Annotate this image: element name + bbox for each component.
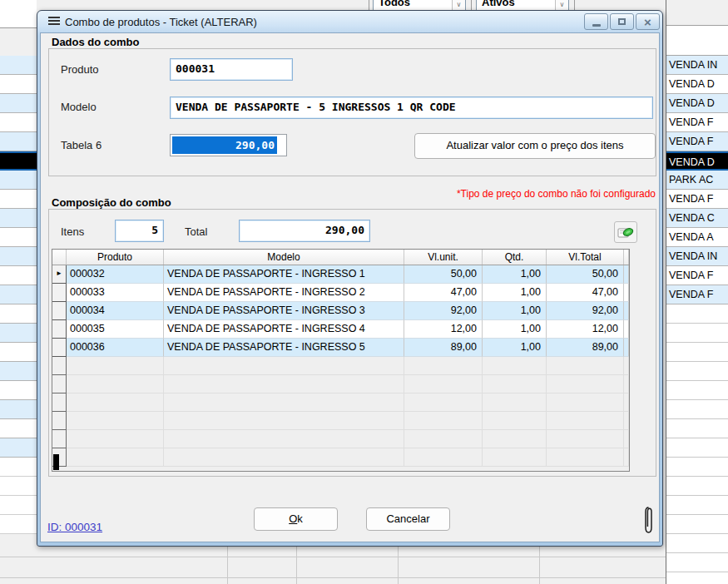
table-cell[interactable]: 1,00 [483, 320, 547, 339]
column-header-modelo[interactable]: Modelo [164, 250, 404, 265]
total-field[interactable]: 290,00 [239, 220, 370, 242]
modelo-field[interactable]: VENDA DE PASSAPORTE - 5 INGRESSOS 1 QR C… [170, 97, 653, 119]
table-row[interactable]: 000033VENDA DE PASSAPORTE - INGRESSO 247… [52, 284, 629, 302]
background-row[interactable]: VENDA F [666, 132, 728, 151]
table-cell[interactable]: 12,00 [547, 320, 624, 339]
itens-label: Itens [61, 225, 84, 238]
table-cell[interactable]: 1,00 [483, 284, 547, 302]
background-row[interactable]: VENDA D [666, 75, 728, 94]
table-cell[interactable]: 47,00 [547, 284, 624, 302]
table-cell[interactable]: 000034 [67, 302, 164, 320]
background-row-selected[interactable]: VENDA D [666, 151, 728, 171]
table-cell[interactable]: 000033 [67, 284, 164, 302]
minimize-icon [592, 24, 601, 27]
empty-cell [483, 448, 547, 467]
background-row[interactable]: VENDA A [666, 228, 728, 247]
background-row[interactable]: VENDA D [666, 94, 728, 113]
close-button[interactable]: × [636, 13, 660, 30]
background-empty-row [666, 534, 728, 553]
window-menu-icon[interactable] [48, 17, 60, 27]
table-cell[interactable]: 50,00 [404, 265, 483, 284]
background-row-stripe [0, 94, 37, 113]
modelo-label: Modelo [61, 101, 97, 113]
tabela-field[interactable]: 290,00 [170, 134, 287, 156]
background-row[interactable]: VENDA C [666, 209, 728, 228]
background-row[interactable]: VENDA IN [666, 247, 728, 266]
table-cell[interactable]: VENDA DE PASSAPORTE - INGRESSO 5 [164, 339, 404, 357]
produto-label: Produto [61, 63, 99, 76]
background-empty-row [666, 515, 728, 534]
empty-cell [547, 393, 624, 412]
produto-field[interactable]: 000031 [170, 58, 293, 81]
column-header-produto[interactable]: Produto [67, 250, 164, 265]
table-cell[interactable]: VENDA DE PASSAPORTE - INGRESSO 4 [164, 320, 404, 339]
itens-field[interactable]: 5 [115, 220, 164, 242]
background-row-stripe [0, 515, 37, 534]
background-grid-right: VENDA INVENDA DVENDA DVENDA FVENDA FVEND… [666, 0, 728, 584]
table-cell[interactable]: 89,00 [404, 339, 483, 357]
background-row[interactable]: VENDA F [666, 113, 728, 132]
background-empty-row [666, 324, 728, 343]
row-gutter [52, 339, 67, 357]
background-row[interactable]: VENDA IN [666, 56, 728, 75]
background-row-stripe [0, 381, 37, 400]
table-cell[interactable]: 47,00 [404, 284, 483, 302]
grid-divider [539, 547, 540, 584]
table-cell[interactable]: VENDA DE PASSAPORTE - INGRESSO 3 [164, 302, 404, 320]
table-row[interactable]: 000036VENDA DE PASSAPORTE - INGRESSO 589… [52, 339, 629, 357]
table-row[interactable]: 000035VENDA DE PASSAPORTE - INGRESSO 412… [52, 320, 629, 339]
empty-cell [547, 357, 624, 375]
table-cell[interactable]: VENDA DE PASSAPORTE - INGRESSO 2 [164, 284, 404, 302]
column-header-vl-unit[interactable]: Vl.unit. [404, 250, 483, 265]
minimize-button[interactable] [584, 13, 608, 30]
column-header-qtd[interactable]: Qtd. [483, 250, 547, 265]
record-id-link[interactable]: ID: 000031 [47, 521, 102, 533]
maximize-button[interactable] [610, 13, 634, 30]
paperclip-icon [642, 505, 655, 538]
table-cell[interactable]: 89,00 [547, 339, 624, 357]
background-row[interactable]: VENDA F [666, 190, 728, 209]
money-icon-button[interactable] [614, 221, 637, 243]
background-row-stripe [0, 113, 37, 132]
background-empty-row [666, 553, 728, 572]
table-cell[interactable]: VENDA DE PASSAPORTE - INGRESSO 1 [164, 265, 404, 284]
table-cell[interactable]: 000035 [67, 320, 164, 339]
empty-cell [164, 412, 404, 430]
ok-button[interactable]: Ok [254, 507, 338, 531]
empty-cell [624, 412, 629, 430]
table-cell[interactable]: 50,00 [547, 265, 624, 284]
table-row[interactable]: ►000032VENDA DE PASSAPORTE - INGRESSO 15… [52, 265, 629, 284]
empty-cell [67, 357, 164, 375]
background-row[interactable]: PARK AC [666, 171, 728, 190]
warning-text: *Tipo de preço do combo não foi configur… [358, 188, 656, 200]
column-header-vl-total[interactable]: Vl.Total [547, 250, 624, 265]
background-row[interactable]: VENDA F [666, 285, 728, 304]
row-filler [624, 265, 629, 284]
header-gutter [52, 250, 67, 265]
empty-cell [624, 393, 629, 412]
grid-divider [227, 547, 228, 584]
table-cell[interactable]: 000036 [67, 339, 164, 357]
table-cell[interactable]: 1,00 [483, 302, 547, 320]
atualizar-valor-button[interactable]: Atualizar valor com o preço dos itens [414, 133, 656, 159]
row-gutter [52, 284, 67, 302]
table-cell[interactable]: 12,00 [404, 320, 483, 339]
background-row[interactable]: VENDA F [666, 266, 728, 285]
empty-cell [547, 448, 624, 467]
table-row[interactable]: 000034VENDA DE PASSAPORTE - INGRESSO 392… [52, 302, 629, 320]
table-cell[interactable]: 92,00 [547, 302, 624, 320]
table-cell[interactable]: 1,00 [483, 339, 547, 357]
empty-table-row [52, 430, 629, 448]
table-cell[interactable]: 1,00 [483, 265, 547, 284]
background-row-stripe [0, 132, 37, 151]
table-cell[interactable]: 92,00 [404, 302, 483, 320]
tabela-label: Tabela 6 [61, 139, 102, 151]
cancel-button[interactable]: Cancelar [366, 507, 450, 531]
background-grid-left [0, 0, 37, 584]
table-cell[interactable]: 000032 [67, 265, 164, 284]
background-row-stripe [0, 477, 37, 496]
row-gutter [52, 375, 67, 393]
empty-cell [404, 448, 483, 467]
row-gutter [52, 320, 67, 339]
row-filler [624, 320, 629, 339]
